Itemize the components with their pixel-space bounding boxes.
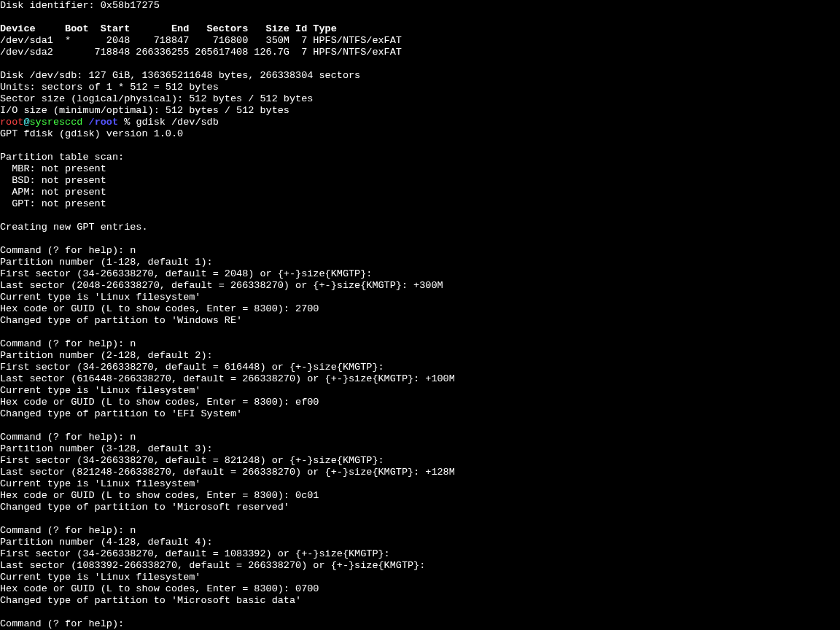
p1-first-sector: First sector (34-266338270, default = 20… — [0, 268, 378, 279]
command-prompt-1: Command (? for help): n — [0, 245, 136, 256]
p4-number-prompt: Partition number (4-128, default 4): — [0, 537, 219, 548]
shell-prompt[interactable]: root@sysresccd /root % gdisk /dev/sdb — [0, 117, 219, 128]
partition-row-sda2: /dev/sda2 718848 266336255 265617408 126… — [0, 47, 402, 58]
prompt-path: /root — [89, 117, 119, 128]
scan-gpt: GPT: not present — [0, 198, 106, 209]
p2-current-type: Current type is 'Linux filesystem' — [0, 385, 201, 396]
prompt-host: sysresccd — [30, 117, 83, 128]
p3-last-sector: Last sector (821248-266338270, default =… — [0, 467, 455, 478]
prompt-percent: % — [118, 117, 136, 128]
scan-apm: APM: not present — [0, 187, 106, 198]
command-prompt-4: Command (? for help): n — [0, 525, 136, 536]
prompt-command: gdisk /dev/sdb — [136, 117, 218, 128]
p2-changed-type: Changed type of partition to 'EFI System… — [0, 408, 242, 419]
p1-current-type: Current type is 'Linux filesystem' — [0, 292, 201, 303]
p4-first-sector: First sector (34-266338270, default = 10… — [0, 548, 396, 559]
p3-changed-type: Changed type of partition to 'Microsoft … — [0, 502, 289, 513]
p3-first-sector: First sector (34-266338270, default = 82… — [0, 455, 390, 466]
p2-number-prompt: Partition number (2-128, default 2): — [0, 350, 219, 361]
disk-sdb-info: Disk /dev/sdb: 127 GiB, 136365211648 byt… — [0, 70, 360, 81]
p4-last-sector: Last sector (1083392-266338270, default … — [0, 560, 431, 571]
p2-hex-code: Hex code or GUID (L to show codes, Enter… — [0, 397, 319, 408]
terminal-output[interactable]: Disk identifier: 0x58b17275 Device Boot … — [0, 0, 840, 630]
sector-size-info: Sector size (logical/physical): 512 byte… — [0, 93, 313, 104]
prompt-at: @ — [23, 117, 29, 128]
p2-last-sector: Last sector (616448-266338270, default =… — [0, 373, 455, 384]
p3-number-prompt: Partition number (3-128, default 3): — [0, 443, 219, 454]
prompt-user: root — [0, 117, 23, 128]
p4-current-type: Current type is 'Linux filesystem' — [0, 572, 201, 583]
command-prompt-3: Command (? for help): n — [0, 432, 136, 443]
partition-table-header: Device Boot Start End Sectors Size Id Ty… — [0, 23, 337, 34]
p1-number-prompt: Partition number (1-128, default 1): — [0, 257, 219, 268]
p1-changed-type: Changed type of partition to 'Windows RE… — [0, 315, 242, 326]
creating-gpt: Creating new GPT entries. — [0, 222, 148, 233]
p1-last-sector: Last sector (2048-266338270, default = 2… — [0, 280, 443, 291]
p4-hex-code: Hex code or GUID (L to show codes, Enter… — [0, 583, 319, 594]
scan-header: Partition table scan: — [0, 152, 124, 163]
p3-current-type: Current type is 'Linux filesystem' — [0, 478, 201, 489]
disk-identifier-line: Disk identifier: 0x58b17275 — [0, 0, 160, 11]
p3-hex-code: Hex code or GUID (L to show codes, Enter… — [0, 490, 319, 501]
scan-bsd: BSD: not present — [0, 175, 106, 186]
p1-hex-code: Hex code or GUID (L to show codes, Enter… — [0, 303, 319, 314]
scan-mbr: MBR: not present — [0, 163, 106, 174]
gdisk-version: GPT fdisk (gdisk) version 1.0.0 — [0, 128, 183, 139]
partition-row-sda1: /dev/sda1 * 2048 718847 716800 350M 7 HP… — [0, 35, 402, 46]
p4-changed-type: Changed type of partition to 'Microsoft … — [0, 595, 301, 606]
units-info: Units: sectors of 1 * 512 = 512 bytes — [0, 82, 219, 93]
command-prompt-5[interactable]: Command (? for help): — [0, 618, 130, 629]
p2-first-sector: First sector (34-266338270, default = 61… — [0, 362, 390, 373]
command-prompt-2: Command (? for help): n — [0, 338, 136, 349]
io-size-info: I/O size (minimum/optimal): 512 bytes / … — [0, 105, 289, 116]
